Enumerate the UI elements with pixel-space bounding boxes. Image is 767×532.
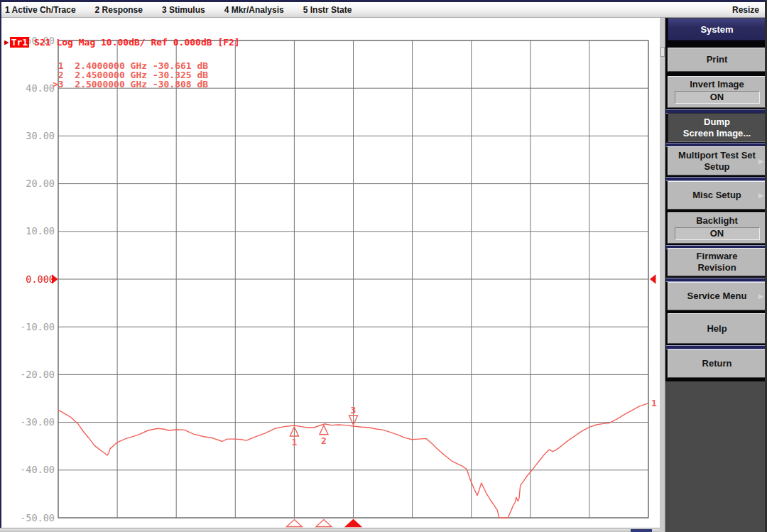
submenu-arrow-icon: ▶	[758, 158, 763, 164]
menu-item-mkr-analysis[interactable]: 4 Mkr/Analysis	[224, 5, 284, 15]
trace-number-label: 1	[651, 398, 657, 408]
button-label: Invert Image	[690, 79, 744, 90]
sidebar-button-dump-screen-image[interactable]: Dump Screen Image...	[668, 113, 766, 142]
marker-stimulus-indicator	[316, 520, 332, 527]
y-axis-tick-label: 20.00	[26, 178, 55, 189]
ref-level-marker-right-icon	[650, 274, 656, 283]
button-label: Dump Screen Image...	[683, 116, 751, 139]
sidebar-scroll-nub[interactable]	[660, 47, 665, 57]
y-axis-tick-label: -20.00	[20, 369, 55, 380]
menu-item-resize[interactable]: Resize	[732, 5, 759, 15]
y-axis-tick-label: -30.00	[20, 416, 55, 428]
button-label: Help	[707, 323, 727, 335]
marker-stimulus-indicator-active	[346, 520, 361, 527]
menu-item-active-ch-trace[interactable]: 1 Active Ch/Trace	[5, 5, 76, 15]
button-label: Multiport Test Set Setup	[678, 150, 756, 173]
bottom-scroll-strip[interactable]	[0, 528, 665, 532]
submenu-arrow-icon: ▶	[758, 293, 763, 300]
sidebar-button-firmware-revision[interactable]: Firmware Revision	[668, 248, 766, 276]
button-label: Firmware Revision	[697, 251, 738, 273]
y-axis-tick-label: 0.000	[26, 273, 55, 285]
trace-badge[interactable]: Tr1	[10, 37, 29, 48]
submenu-arrow-icon: ▶	[758, 192, 763, 199]
s21-trace-plot: 50.0040.0030.0020.0010.000.000-10.00-20.…	[1, 18, 660, 532]
trace-status-line[interactable]: ▶ Tr1 S21 Log Mag 10.00dB/ Ref 0.000dB […	[4, 37, 240, 48]
sidebar-button-system[interactable]: System	[668, 18, 766, 40]
y-axis-tick-label: -10.00	[20, 321, 55, 332]
marker-number-label: 1	[291, 437, 297, 447]
sidebar-button-print[interactable]: Print	[668, 48, 766, 72]
y-axis-tick-label: 30.00	[26, 130, 55, 141]
measurement-display-area[interactable]: 50.0040.0030.0020.0010.000.000-10.00-20.…	[1, 18, 660, 532]
ref-level-marker-left-icon	[52, 274, 58, 283]
sidebar-button-multiport-test-set-setup[interactable]: Multiport Test Set Setup ▶	[668, 146, 766, 175]
sidebar-button-service-menu[interactable]: Service Menu ▶	[668, 282, 766, 310]
backlight-state-indicator: ON	[675, 227, 760, 240]
sidebar-edge-strip[interactable]	[660, 18, 665, 532]
y-axis-tick-label: -50.00	[20, 512, 55, 523]
menu-item-stimulus[interactable]: 3 Stimulus	[162, 5, 205, 15]
marker-number-label: 3	[351, 405, 357, 416]
softkey-sidebar: System Print Invert Image ON Dump Screen…	[660, 18, 767, 532]
sidebar-button-misc-setup[interactable]: Misc Setup ▶	[668, 181, 766, 210]
invert-image-state-indicator: ON	[675, 91, 760, 104]
bottom-strip-handle[interactable]	[631, 529, 652, 532]
y-axis-tick-label: -40.00	[20, 464, 55, 475]
y-axis-tick-label: 10.00	[26, 225, 55, 237]
sidebar-button-help[interactable]: Help	[668, 313, 766, 344]
button-label: Print	[707, 54, 728, 65]
button-label: Backlight	[696, 215, 738, 227]
marker-stimulus-indicator	[286, 520, 302, 527]
sidebar-button-invert-image[interactable]: Invert Image ON	[668, 76, 766, 108]
marker-readout: 1 2.4000000 GHz -30.661 dB 2 2.4500000 G…	[53, 61, 208, 89]
menu-item-response[interactable]: 2 Response	[95, 5, 143, 15]
button-label: Service Menu	[687, 291, 747, 302]
sidebar-button-return[interactable]: Return	[668, 349, 766, 378]
button-label: System	[700, 24, 733, 36]
menu-bar: 1 Active Ch/Trace 2 Response 3 Stimulus …	[1, 2, 765, 18]
sidebar-button-backlight[interactable]: Backlight ON	[668, 212, 766, 244]
marker-flag	[320, 425, 328, 435]
button-label: Return	[702, 358, 732, 369]
trace-format-text: S21 Log Mag 10.00dB/ Ref 0.000dB [F2]	[34, 37, 240, 48]
y-axis-tick-label: 40.00	[26, 82, 55, 94]
active-trace-indicator-icon: ▶	[4, 38, 9, 47]
marker-readout-line-3: >3 2.5000000 GHz -30.808 dB	[53, 80, 208, 89]
marker-number-label: 2	[321, 435, 327, 446]
button-label: Misc Setup	[692, 190, 741, 201]
menu-item-instr-state[interactable]: 5 Instr State	[303, 5, 352, 15]
